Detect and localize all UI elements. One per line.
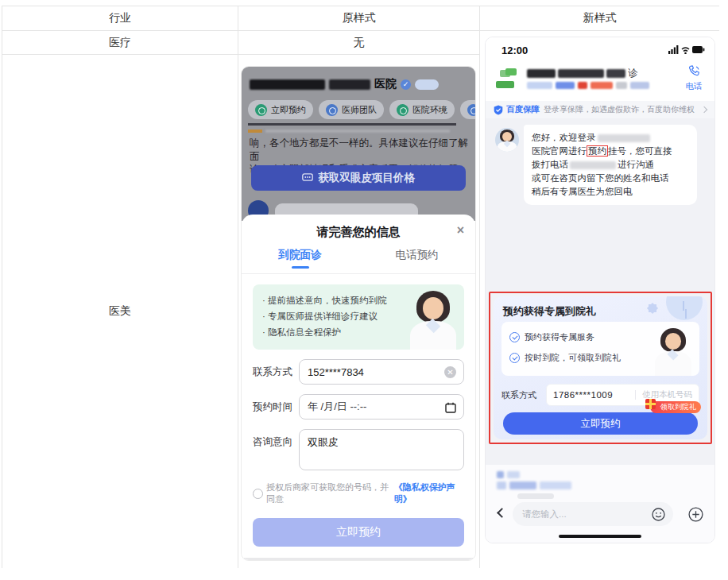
message-line-5: 稍后有专属医生为您回电	[532, 185, 689, 199]
bottom-gray-strip	[242, 558, 475, 561]
intent-label: 咨询意向	[253, 429, 299, 449]
cell-original-screenshot: 医院 ✓ 立即预约 医师团队	[238, 55, 480, 568]
banner-brand: 百度保障	[506, 104, 540, 115]
card-title: 预约获得专属到院礼	[503, 304, 596, 319]
calendar-icon[interactable]	[445, 402, 456, 413]
clear-icon[interactable]: ✕	[444, 366, 456, 378]
clock-icon	[255, 104, 267, 116]
message-line-4: 或可在咨页内留下您的姓名和电话	[532, 172, 689, 185]
composer-section: 请您输入...	[486, 465, 714, 543]
doctor-avatar	[495, 128, 519, 152]
tab-phone-booking[interactable]: 电话预约	[358, 248, 475, 269]
banner-text: 登录享保障，如遇虚假欺诈，百度助你维权	[544, 104, 695, 115]
verified-pill	[415, 79, 439, 90]
emoji-icon[interactable]	[652, 508, 665, 521]
back-chevron-icon[interactable]	[497, 508, 507, 518]
consent-radio[interactable]	[253, 489, 263, 499]
column-header-new-style: 新样式	[480, 6, 719, 31]
redacted-chip	[507, 471, 520, 478]
collapsed-suggestion	[517, 493, 554, 499]
comparison-table: 行业 原样式 新样式 医疗 无 医美 医院 ✓	[2, 6, 719, 568]
redacted-chip	[497, 481, 506, 489]
contact-field-row: 联系方式 152****7834 ✕	[253, 359, 464, 385]
column-header-industry: 行业	[2, 6, 238, 31]
check-circle-icon	[509, 353, 520, 363]
nav-doctor-team[interactable]: 医师团队	[319, 100, 384, 119]
comparison-table-page: 行业 原样式 新样式 医疗 无 医美 医院 ✓	[0, 0, 728, 580]
contact-input[interactable]: 152****7834 ✕	[299, 359, 464, 385]
home-indicator[interactable]	[559, 535, 641, 538]
time-input[interactable]: 年 /月/日 --:--	[299, 394, 464, 420]
redacted-hospital-name-2	[329, 79, 370, 90]
hospital-suffix: 医院	[374, 77, 397, 91]
call-action[interactable]: 电话	[680, 65, 707, 92]
annotated-keyword: 预约	[587, 145, 608, 157]
clock-decoration	[666, 296, 703, 320]
chat-area: 您好，欢迎登录 医院官网进行预约挂号，您可直接 拨打电话进行沟通 或可在咨页内留…	[486, 118, 714, 465]
nav-service-clipped[interactable]: 服	[460, 100, 476, 119]
redacted-clinic-name-3	[606, 69, 625, 78]
clinic-title-suffix: 诊	[628, 67, 638, 80]
tab-visit-in-person[interactable]: 到院面诊	[242, 248, 358, 269]
baidu-security-banner[interactable]: 百度保障 登录享保障，如遇虚假欺诈，百度助你维权	[486, 101, 714, 118]
clinic-header: 诊 电话	[486, 61, 714, 101]
intent-field-row: 咨询意向 双眼皮	[253, 429, 464, 470]
input-placeholder: 请您输入...	[522, 508, 567, 520]
gift-icon	[645, 399, 656, 409]
clinic-title-row: 诊	[527, 67, 638, 80]
privacy-policy-link[interactable]: 《隐私权保护声明》	[394, 481, 464, 505]
plus-icon[interactable]	[688, 507, 703, 522]
compass-icon	[397, 104, 409, 116]
modal-tabs: 到院面诊 电话预约	[242, 248, 475, 274]
redacted-chip	[497, 471, 504, 478]
clinic-tags-row	[527, 82, 649, 89]
nav-book-now[interactable]: 立即预约	[248, 100, 313, 119]
shield-icon	[494, 105, 503, 115]
appointment-gift-card: 预约获得专属到院礼 预约获得专属服务 按时到院，可领取到院礼	[494, 296, 707, 439]
benefit-row: 按时到院，可领取到院礼	[509, 352, 621, 364]
status-icons	[668, 44, 705, 54]
cell-new-style-screenshot: 12:00	[480, 31, 719, 568]
message-composer: 请您输入...	[486, 501, 714, 527]
time-field-row: 预约时间 年 /月/日 --:--	[253, 394, 464, 420]
verified-badge-icon: ✓	[401, 79, 411, 90]
gift-badge: 领取到院礼	[650, 401, 701, 413]
intent-textarea[interactable]: 双眼皮	[299, 429, 464, 470]
doctor-photo	[404, 289, 461, 350]
phone-icon	[688, 65, 700, 77]
call-label: 电话	[680, 81, 707, 92]
welcome-message-bubble: 您好，欢迎登录 医院官网进行预约挂号，您可直接 拨打电话进行沟通 或可在咨页内留…	[524, 125, 697, 205]
redacted-name	[598, 134, 650, 142]
benefit-row: 预约获得专属服务	[509, 331, 594, 343]
cell-industry-medical: 医疗	[2, 31, 238, 55]
divider	[635, 390, 636, 400]
battery-icon	[692, 46, 704, 53]
sparkle-icon	[647, 303, 658, 314]
divider	[248, 123, 456, 126]
agreement-text: 授权后商家可获取您的号码，并同意	[266, 481, 391, 505]
hospital-nav: 立即预约 医师团队 医院环境 服	[248, 100, 476, 119]
redacted-phone-number	[570, 161, 616, 169]
get-price-button[interactable]: 获取双眼皮项目价格	[251, 165, 466, 191]
book-now-button[interactable]: 立即预约	[503, 412, 698, 435]
contact-label: 联系方式	[253, 365, 299, 379]
nav-hospital-env[interactable]: 医院环境	[389, 100, 455, 119]
person-icon	[326, 104, 338, 116]
clinic-logo	[494, 66, 521, 93]
chevron-right-icon[interactable]	[701, 106, 707, 113]
status-time: 12:00	[501, 44, 528, 56]
person-icon	[467, 104, 476, 116]
redacted-hospital-name	[250, 79, 325, 90]
book-now-button-disabled[interactable]: 立即预约	[253, 518, 464, 547]
message-line-2: 医院官网进行预约挂号，您可直接	[532, 145, 689, 158]
close-icon[interactable]: ×	[457, 224, 464, 237]
check-circle-icon	[509, 332, 520, 342]
redacted-chip	[509, 481, 536, 489]
card-benefits-box: 预约获得专属服务 按时到院，可领取到院礼	[501, 322, 699, 376]
new-style-screenshot: 12:00	[485, 37, 715, 543]
message-input[interactable]: 请您输入...	[513, 502, 673, 526]
column-header-original-style: 原样式	[238, 6, 480, 31]
message-line-3: 拨打电话进行沟通	[532, 158, 689, 172]
faded-text-fragment	[248, 130, 262, 133]
redacted-clinic-name-2	[558, 69, 604, 78]
